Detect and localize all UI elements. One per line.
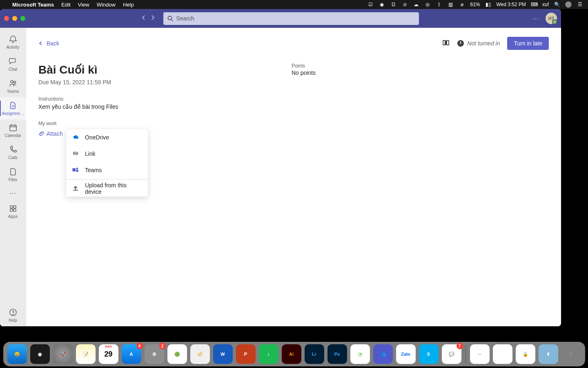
nav-forward[interactable]: [149, 14, 156, 22]
attach-option-link[interactable]: Link: [66, 146, 148, 162]
titlebar-more[interactable]: ⋯: [532, 15, 540, 22]
dock-app-voice-memos[interactable]: ◉: [30, 344, 50, 364]
spotlight-icon[interactable]: 🔍: [554, 2, 560, 7]
window-controls: [4, 16, 25, 21]
attach-button[interactable]: Attach: [38, 130, 63, 137]
attach-option-teams[interactable]: Teams: [66, 162, 148, 178]
dock-app-finder[interactable]: 😀: [7, 344, 27, 364]
dock-app-teamviewer[interactable]: ↔: [470, 344, 490, 364]
svg-point-13: [13, 314, 13, 315]
rail-assignments[interactable]: Assignme…: [0, 97, 26, 119]
dock-app-messenger[interactable]: 💬7: [442, 344, 461, 364]
dock-app-microsoft-teams[interactable]: 👥: [373, 344, 393, 364]
immersive-reader-button[interactable]: [442, 38, 450, 48]
svg-rect-16: [73, 168, 76, 172]
dock-app-powerpoint[interactable]: P: [236, 344, 256, 364]
rail-files[interactable]: Files: [0, 164, 26, 186]
teams-window: ⋯ HT Activity Chat Teams Assignme…: [0, 9, 561, 326]
bluetooth-icon[interactable]: ᛒ: [436, 2, 442, 7]
clock-icon: [457, 40, 464, 47]
dock-app-zalo[interactable]: Zalo: [396, 344, 416, 364]
dock-app-trash[interactable]: 🗑: [561, 344, 581, 364]
assignment-page: Back Not turned in Turn in late Bài Cuối…: [26, 28, 561, 326]
search-box[interactable]: [163, 12, 419, 25]
dock-app-app[interactable]: ◔: [350, 344, 370, 364]
svg-rect-4: [10, 125, 16, 131]
rail-help[interactable]: Help: [0, 304, 26, 326]
rail-chat[interactable]: Chat: [0, 53, 26, 75]
dock-app-google-chrome[interactable]: 🟢: [167, 344, 187, 364]
rail-calendar[interactable]: Calendar: [0, 119, 26, 141]
menubar-clock[interactable]: Wed 3:52 PM: [497, 2, 526, 7]
dock-app-preview[interactable]: 🖼: [493, 344, 512, 364]
battery-bar-icon[interactable]: ▥: [447, 2, 454, 7]
search-input[interactable]: [176, 15, 415, 22]
dock-app-downloads[interactable]: ⬇: [539, 344, 558, 364]
svg-rect-9: [13, 206, 16, 208]
rail-apps[interactable]: Apps: [0, 200, 26, 222]
assignment-due: Due May 15, 2022 11:59 PM: [38, 79, 275, 85]
rail-calls[interactable]: Calls: [0, 141, 26, 164]
attach-option-upload[interactable]: Upload from this device: [66, 180, 148, 197]
control-center-icon[interactable]: ☰: [577, 2, 583, 7]
dock-app-calendar[interactable]: 29MAR: [99, 344, 118, 364]
nav-back[interactable]: [140, 14, 147, 22]
dock-app-skype[interactable]: S: [419, 344, 439, 364]
status-app-icon[interactable]: ◎: [424, 2, 431, 7]
dock-app-word[interactable]: W: [213, 344, 233, 364]
mywork-label: My work: [38, 121, 275, 126]
status-tv-icon[interactable]: ⎚: [401, 2, 408, 7]
dock-app-notes[interactable]: 📝: [76, 344, 96, 364]
menubar-user[interactable]: xuf: [542, 2, 549, 7]
dock-app-launchpad[interactable]: 🚀: [53, 344, 73, 364]
search-icon: [167, 16, 173, 21]
dock-app-safari[interactable]: 🧭: [190, 344, 210, 364]
dock-app-spotify[interactable]: ♪: [259, 344, 278, 364]
dock-app-illustrator[interactable]: Ai: [282, 344, 301, 364]
status-cloud-icon[interactable]: ☁︎: [413, 2, 419, 7]
dock: 😀◉🚀📝29MARA4⚙︎2🟢🧭WP♪AiLrPs◔👥ZaloS💬7↔🖼🔒⬇🗑: [0, 334, 588, 368]
svg-point-2: [11, 81, 13, 83]
dock-app-openvpn[interactable]: 🔒: [516, 344, 535, 364]
attach-icon: [38, 131, 44, 137]
svg-rect-10: [10, 209, 13, 211]
window-minimize[interactable]: [12, 16, 17, 21]
status-swirl-icon[interactable]: ⌀: [459, 2, 465, 7]
rail-activity[interactable]: Activity: [0, 31, 26, 53]
dock-app-photoshop[interactable]: Ps: [327, 344, 347, 364]
svg-point-17: [76, 168, 78, 170]
menu-window[interactable]: Window: [97, 2, 116, 8]
svg-point-0: [168, 16, 172, 20]
menu-edit[interactable]: Edit: [61, 2, 70, 8]
dock-app-lightroom[interactable]: Lr: [305, 344, 324, 364]
menubar-app-name[interactable]: Microsoft Teams: [12, 2, 54, 8]
back-button[interactable]: Back: [38, 40, 59, 47]
dock-app-system-preferences[interactable]: ⚙︎2: [145, 344, 164, 364]
link-icon: [72, 150, 79, 157]
instructions-text: Xem yêu cầu đề bài trong Files: [38, 103, 275, 110]
menu-help[interactable]: Help: [123, 2, 134, 8]
rail-teams[interactable]: Teams: [0, 75, 26, 97]
window-maximize[interactable]: [20, 16, 25, 21]
onedrive-icon: [72, 134, 79, 141]
user-avatar[interactable]: HT: [546, 13, 557, 24]
turn-in-button[interactable]: Turn in late: [507, 37, 549, 50]
chevron-left-icon: [38, 41, 43, 46]
keyboard-input-icon[interactable]: ⌨︎: [531, 2, 537, 7]
dock-app-app-store[interactable]: A4: [122, 344, 141, 364]
status-sync-icon[interactable]: ◉: [379, 2, 385, 7]
rail-more[interactable]: ⋯: [0, 186, 26, 200]
menubar-avatar[interactable]: [565, 1, 572, 8]
svg-rect-11: [13, 209, 16, 211]
window-shadow: [0, 326, 561, 328]
points-value: No points: [292, 70, 549, 76]
battery-icon[interactable]: ▮▯: [485, 2, 492, 7]
attach-dropdown: OneDrive Link Teams Upload from this dev…: [66, 129, 148, 197]
menu-view[interactable]: View: [78, 2, 89, 8]
battery-percent: 61%: [470, 2, 480, 7]
status-headset-icon[interactable]: Ω: [390, 2, 396, 7]
svg-point-3: [13, 81, 16, 83]
attach-option-onedrive[interactable]: OneDrive: [66, 129, 148, 146]
window-close[interactable]: [4, 16, 9, 21]
status-check-icon[interactable]: ☑︎: [367, 2, 374, 7]
